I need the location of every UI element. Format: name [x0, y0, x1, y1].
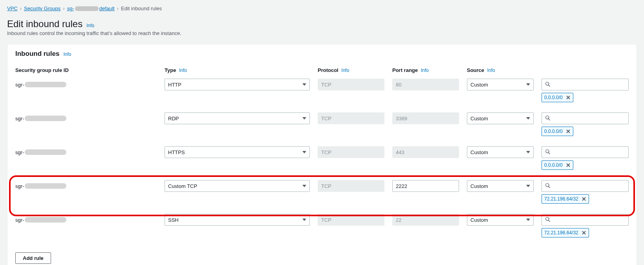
type-select[interactable]: HTTP: [165, 79, 310, 90]
cidr-chip[interactable]: 0.0.0.0/0: [542, 160, 573, 170]
remove-chip-icon[interactable]: [566, 95, 571, 100]
cell-source: Custom: [463, 145, 538, 171]
redacted-rule-id: [25, 183, 66, 189]
protocol-field: TCP: [318, 146, 384, 158]
col-port-range: Port range Info: [388, 63, 463, 77]
page-title: Edit inbound rules Info: [7, 18, 637, 29]
search-icon: [545, 217, 551, 223]
cell-cidr: 0.0.0.0/0: [538, 145, 637, 171]
col-protocol-info[interactable]: Info: [341, 68, 349, 73]
col-source: Source Info: [463, 63, 538, 77]
cell-port: 22: [388, 212, 463, 239]
page-title-info-link[interactable]: Info: [86, 23, 94, 28]
redacted-rule-id: [25, 116, 66, 121]
protocol-field: TCP: [318, 214, 384, 226]
remove-chip-icon[interactable]: [582, 230, 586, 235]
breadcrumb-vpc[interactable]: VPC: [7, 6, 18, 11]
panel-title: Inbound rules: [15, 50, 59, 58]
cell-rule-id: sgr-: [7, 111, 161, 138]
search-icon: [545, 81, 551, 88]
cidr-chip-label: 0.0.0.0/0: [544, 95, 563, 100]
source-search-input[interactable]: [542, 180, 629, 192]
cell-protocol: TCP: [314, 179, 388, 205]
type-select[interactable]: RDP: [165, 112, 310, 124]
cell-type: HTTPS: [161, 145, 314, 171]
remove-chip-icon[interactable]: [582, 197, 586, 201]
cell-protocol: TCP: [314, 77, 388, 104]
cidr-chip[interactable]: 0.0.0.0/0: [542, 93, 573, 102]
port-range-field: 80: [392, 79, 459, 90]
cell-protocol: TCP: [314, 145, 388, 171]
col-cidr: [538, 63, 637, 77]
cell-type: HTTP: [161, 77, 314, 104]
cidr-chip[interactable]: 72.21.196.64/32: [542, 228, 589, 237]
cell-port: 2222: [388, 179, 463, 205]
port-range-field: 443: [392, 146, 459, 158]
cell-cidr: 72.21.196.64/32: [538, 179, 637, 205]
inbound-rules-panel: Inbound rules Info Security group rule I…: [7, 44, 637, 265]
add-rule-button[interactable]: Add rule: [15, 252, 51, 264]
cell-rule-id: sgr-: [7, 179, 161, 205]
source-search-input[interactable]: [542, 79, 629, 90]
cell-cidr: 72.21.196.64/32: [538, 212, 637, 239]
panel-info-link[interactable]: Info: [63, 52, 71, 57]
search-icon: [545, 183, 551, 190]
cell-source: Custom: [463, 77, 538, 104]
cell-type: Custom TCP: [161, 179, 314, 205]
source-search-input[interactable]: [542, 214, 629, 226]
source-select[interactable]: Custom: [467, 112, 534, 124]
breadcrumb-sg-suffix: default: [99, 6, 115, 11]
breadcrumb-current: Edit inbound rules: [121, 6, 162, 11]
rule-id: sgr-: [15, 180, 157, 192]
source-search-input[interactable]: [542, 146, 629, 158]
source-select[interactable]: Custom: [467, 180, 534, 192]
cell-port: 80: [388, 77, 463, 104]
remove-chip-icon[interactable]: [566, 163, 571, 167]
type-select[interactable]: Custom TCP: [165, 180, 310, 192]
type-select[interactable]: SSH: [165, 214, 310, 226]
page-subtitle: Inbound rules control the incoming traff…: [7, 30, 637, 36]
port-range-input[interactable]: 2222: [392, 180, 459, 192]
col-port-info[interactable]: Info: [421, 68, 429, 73]
rule-id: sgr-: [15, 146, 157, 158]
col-source-info[interactable]: Info: [487, 68, 495, 73]
breadcrumb-sg-id[interactable]: sg- default: [67, 6, 115, 11]
col-type-info[interactable]: Info: [179, 68, 187, 73]
port-range-field: 22: [392, 214, 459, 226]
redacted-rule-id: [25, 149, 66, 155]
rule-id: sgr-: [15, 112, 157, 124]
source-select[interactable]: Custom: [467, 214, 534, 226]
cell-cidr: 0.0.0.0/0: [538, 77, 637, 104]
protocol-field: TCP: [318, 180, 384, 192]
source-search-input[interactable]: [542, 112, 629, 124]
cidr-chip-label: 0.0.0.0/0: [544, 129, 563, 134]
search-icon: [545, 115, 551, 122]
redacted-rule-id: [25, 217, 66, 223]
cell-rule-id: sgr-: [7, 212, 161, 239]
breadcrumb-sg-prefix: sg-: [67, 6, 74, 11]
cell-source: Custom: [463, 179, 538, 205]
cell-type: RDP: [161, 111, 314, 138]
cell-protocol: TCP: [314, 212, 388, 239]
cell-cidr: 0.0.0.0/0: [538, 111, 637, 138]
chevron-right-icon: ›: [20, 6, 22, 11]
remove-chip-icon[interactable]: [566, 129, 571, 134]
redacted-rule-id: [25, 82, 66, 87]
source-select[interactable]: Custom: [467, 79, 534, 90]
port-range-field: 3389: [392, 112, 459, 124]
type-select[interactable]: HTTPS: [165, 146, 310, 158]
cidr-chip-label: 0.0.0.0/0: [544, 162, 563, 168]
cidr-chip[interactable]: 0.0.0.0/0: [542, 127, 573, 136]
cell-type: SSH: [161, 212, 314, 239]
cell-rule-id: sgr-: [7, 145, 161, 171]
cidr-chip[interactable]: 72.21.196.64/32: [542, 194, 589, 204]
rule-id: sgr-: [15, 79, 157, 90]
cidr-chip-label: 72.21.196.64/32: [544, 196, 578, 202]
source-select[interactable]: Custom: [467, 146, 534, 158]
page-title-text: Edit inbound rules: [7, 18, 82, 29]
col-protocol: Protocol Info: [314, 63, 388, 77]
cell-protocol: TCP: [314, 111, 388, 138]
cell-rule-id: sgr-: [7, 77, 161, 104]
breadcrumb-security-groups[interactable]: Security Groups: [24, 6, 60, 11]
search-icon: [545, 149, 551, 156]
